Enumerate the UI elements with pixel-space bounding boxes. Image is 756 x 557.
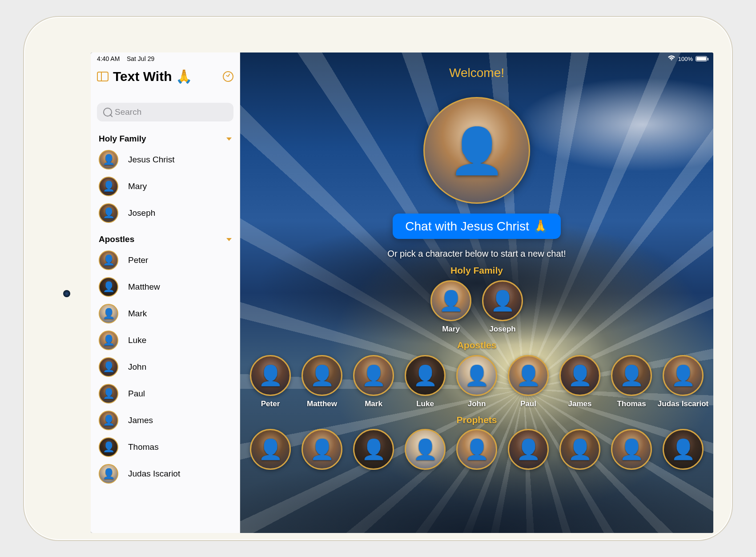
contact-name: James [128, 416, 153, 425]
character-avatar: 👤 [482, 280, 523, 321]
contact-item[interactable]: 👤Jesus Christ [91, 146, 240, 173]
section-header[interactable]: Holy Family [91, 126, 240, 146]
character-item[interactable]: 👤 [454, 429, 499, 470]
app-title: Text With 🙏 [113, 69, 218, 84]
contact-item[interactable]: 👤Paul [91, 380, 240, 407]
character-item[interactable]: 👤 [609, 429, 654, 470]
character-avatar: 👤 [663, 355, 704, 396]
character-name: James [568, 400, 592, 408]
character-name: Judas Iscariot [658, 400, 708, 408]
avatar: 👤 [99, 177, 118, 196]
ipad-camera [63, 290, 70, 297]
character-item[interactable]: 👤 [660, 429, 706, 470]
avatar: 👤 [99, 411, 118, 430]
contact-item[interactable]: 👤Matthew [91, 274, 240, 300]
character-avatar: 👤 [611, 355, 652, 396]
subtitle: Or pick a character below to start a new… [240, 249, 713, 259]
sidebar-header: Text With 🙏 [91, 65, 240, 89]
character-avatar: 👤 [456, 429, 497, 470]
contact-name: Thomas [128, 442, 159, 452]
character-avatar: 👤 [559, 429, 600, 470]
contact-name: Judas Iscariot [128, 469, 180, 479]
grid-section-label: Apostles [240, 340, 713, 351]
screen: 4:40 AM Sat Jul 29 100% Text With 🙏 [91, 52, 713, 533]
contact-item[interactable]: 👤James [91, 407, 240, 434]
character-avatar: 👤 [302, 355, 342, 396]
contact-item[interactable]: 👤Thomas [91, 434, 240, 460]
character-item[interactable]: 👤James [557, 355, 603, 408]
contact-item[interactable]: 👤Luke [91, 327, 240, 354]
character-avatar: 👤 [353, 429, 394, 470]
chevron-down-icon [226, 238, 232, 241]
character-item[interactable]: 👤Mary [428, 280, 474, 334]
contact-item[interactable]: 👤John [91, 354, 240, 380]
avatar: 👤 [99, 150, 118, 170]
contact-item[interactable]: 👤Judas Iscariot [91, 460, 240, 487]
contact-item[interactable]: 👤Peter [91, 247, 240, 274]
character-item[interactable]: 👤Judas Iscariot [660, 355, 706, 408]
section-title: Apostles [99, 234, 134, 244]
character-name: Mark [365, 400, 382, 408]
section-header[interactable]: Apostles [91, 226, 240, 247]
character-avatar: 👤 [302, 429, 342, 470]
character-item[interactable]: 👤Mark [351, 355, 396, 408]
character-avatar: 👤 [405, 355, 446, 396]
character-item[interactable]: 👤Peter [248, 355, 293, 408]
character-name: Mary [442, 325, 460, 334]
contact-item[interactable]: 👤Mary [91, 173, 240, 200]
contact-name: Mary [128, 182, 147, 191]
character-avatar: 👤 [250, 355, 291, 396]
contact-item[interactable]: 👤Mark [91, 300, 240, 327]
character-item[interactable]: 👤 [506, 429, 551, 470]
character-avatar: 👤 [508, 355, 549, 396]
grid-section-label: Holy Family [240, 265, 713, 276]
contact-name: Peter [128, 255, 148, 265]
contact-name: Joseph [128, 208, 155, 218]
hero-avatar[interactable]: 👤 [423, 97, 530, 204]
welcome-label: Welcome! [240, 66, 713, 80]
contact-item[interactable]: 👤Joseph [91, 200, 240, 226]
character-item[interactable]: 👤 [351, 429, 396, 470]
character-item[interactable]: 👤John [454, 355, 499, 408]
avatar: 👤 [99, 357, 118, 377]
character-avatar: 👤 [508, 429, 549, 470]
avatar: 👤 [99, 437, 118, 457]
character-avatar: 👤 [353, 355, 394, 396]
contact-name: Mark [128, 309, 147, 319]
contact-name: John [128, 362, 146, 372]
character-row: 👤👤👤👤👤👤👤👤👤 [240, 429, 713, 470]
avatar: 👤 [99, 464, 118, 484]
search-input[interactable] [97, 103, 233, 121]
character-item[interactable]: 👤 [248, 429, 293, 470]
avatar: 👤 [99, 277, 118, 297]
character-item[interactable]: 👤Paul [506, 355, 551, 408]
grid-section-label: Prophets [240, 415, 713, 425]
character-avatar: 👤 [663, 429, 704, 470]
search-box[interactable] [97, 103, 233, 121]
character-item[interactable]: 👤Matthew [299, 355, 345, 408]
avatar: 👤 [99, 331, 118, 350]
character-row: 👤Mary👤Joseph [240, 280, 713, 334]
character-item[interactable]: 👤Luke [402, 355, 448, 408]
character-item[interactable]: 👤 [557, 429, 603, 470]
character-item[interactable]: 👤Joseph [480, 280, 525, 334]
avatar: 👤 [99, 384, 118, 404]
character-avatar: 👤 [611, 429, 652, 470]
sidebar-toggle-icon[interactable] [97, 72, 109, 81]
character-avatar: 👤 [456, 355, 497, 396]
contact-name: Matthew [128, 282, 160, 292]
character-item[interactable]: 👤 [402, 429, 448, 470]
character-name: Matthew [307, 400, 337, 408]
avatar: 👤 [99, 250, 118, 270]
character-item[interactable]: 👤Thomas [609, 355, 654, 408]
contact-name: Paul [128, 389, 145, 399]
section-title: Holy Family [99, 134, 146, 144]
character-item[interactable]: 👤 [299, 429, 345, 470]
chat-cta-button[interactable]: Chat with Jesus Christ 🙏 [393, 214, 560, 239]
chevron-down-icon [226, 137, 232, 141]
character-name: Joseph [489, 325, 516, 334]
character-name: John [468, 400, 486, 408]
main: Welcome! 👤 Chat with Jesus Christ 🙏 Or p… [240, 52, 713, 533]
history-icon[interactable] [223, 71, 233, 82]
character-name: Peter [261, 400, 280, 408]
